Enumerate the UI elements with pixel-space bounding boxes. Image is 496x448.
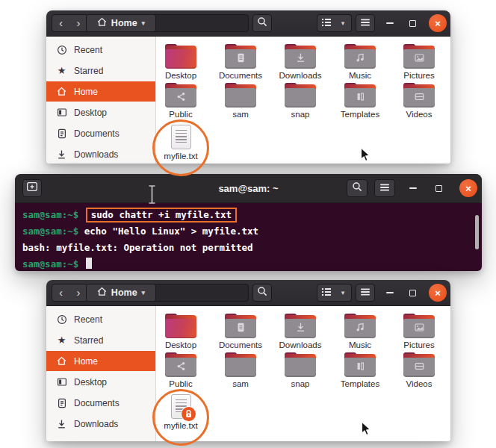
music-emblem-icon: [355, 322, 366, 336]
back-button[interactable]: ‹: [52, 284, 70, 302]
sidebar-item-home[interactable]: Home: [46, 351, 155, 371]
sidebar-item-documents[interactable]: Documents: [46, 123, 155, 143]
lock-emblem: [182, 407, 196, 421]
files-titlebar[interactable]: ‹ › Home ▾ ▾ ×: [46, 280, 450, 306]
folder-label: snap: [270, 379, 330, 389]
minimize-button[interactable]: [382, 14, 397, 32]
minimize-button[interactable]: [382, 284, 397, 302]
folder-item-snap[interactable]: snap: [270, 352, 330, 389]
sidebar-item-desktop[interactable]: Desktop: [46, 372, 155, 392]
terminal-line: sam@sam:~$ sudo chattr +i myfile.txt: [22, 207, 482, 223]
sidebar-item-downloads[interactable]: Downloads: [46, 414, 155, 434]
breadcrumb-home-button[interactable]: Home ▾: [87, 15, 156, 31]
folder-item-public[interactable]: Public: [151, 83, 211, 119]
magnifier-icon: [257, 16, 267, 30]
sidebar-item-documents[interactable]: Documents: [46, 393, 155, 413]
template-emblem-icon: [355, 361, 366, 375]
sidebar-item-desktop[interactable]: Desktop: [46, 102, 155, 122]
terminal-scrollbar-thumb[interactable]: [475, 215, 479, 249]
command-text: echo "Hello Linux" > myfile.txt: [84, 225, 258, 237]
chevron-right-icon: ›: [77, 17, 81, 28]
terminal-search-button[interactable]: [347, 179, 368, 197]
path-bar[interactable]: Home ▾: [86, 284, 249, 302]
terminal-minimize-button[interactable]: [406, 179, 421, 197]
terminal-close-button[interactable]: ×: [459, 179, 477, 197]
output-text: bash: myfile.txt: Operation not permitte…: [22, 242, 253, 253]
terminal-body[interactable]: sam@sam:~$ sudo chattr +i myfile.txtsam@…: [15, 203, 482, 271]
video-emblem-icon: [414, 361, 425, 375]
files-titlebar[interactable]: ‹ › Home ▾ ▾ ×: [46, 10, 450, 37]
sidebar-item-label: Home: [74, 87, 98, 97]
folder-item-documents[interactable]: Documents: [211, 314, 270, 350]
folder-item-pictures[interactable]: Pictures: [389, 314, 449, 350]
file-item-myfile-txt[interactable]: myfile.txt: [151, 394, 211, 431]
document-emblem-icon: [235, 52, 247, 66]
folder-item-videos[interactable]: Videos: [389, 83, 449, 119]
list-view-icon: [321, 16, 332, 30]
menu-button[interactable]: [356, 284, 375, 302]
back-button[interactable]: ‹: [52, 14, 70, 32]
maximize-button[interactable]: [405, 284, 420, 302]
files-window-body: Recent★StarredHomeDesktopDocumentsDownlo…: [46, 37, 450, 164]
view-options-button[interactable]: ▾: [335, 14, 352, 32]
close-icon: ×: [435, 19, 441, 28]
file-item-myfile-txt[interactable]: myfile.txt: [151, 125, 211, 161]
folder-icon: [403, 352, 435, 377]
list-view-button[interactable]: [317, 14, 335, 32]
new-tab-button[interactable]: [22, 179, 42, 197]
folder-item-downloads[interactable]: Downloads: [270, 44, 330, 81]
menu-button[interactable]: [356, 14, 375, 32]
view-options-button[interactable]: ▾: [335, 284, 352, 302]
folder-item-music[interactable]: Music: [330, 44, 390, 81]
terminal-titlebar[interactable]: sam@sam: ~ ×: [15, 174, 482, 203]
sidebar-item-downloads[interactable]: Downloads: [46, 144, 155, 164]
folder-item-sam[interactable]: sam: [211, 83, 270, 119]
sidebar-item-starred[interactable]: ★Starred: [46, 330, 155, 350]
sidebar-item-recent[interactable]: Recent: [46, 309, 155, 329]
folder-icon: [344, 44, 376, 69]
maximize-icon: [409, 20, 416, 27]
folder-item-public[interactable]: Public: [151, 352, 211, 389]
folder-icon: [344, 314, 376, 338]
sidebar-item-starred[interactable]: ★Starred: [46, 60, 155, 81]
folder-label: sam: [211, 110, 270, 119]
folder-icon: [225, 352, 256, 377]
breadcrumb-home-button[interactable]: Home ▾: [87, 284, 156, 301]
sidebar-item-recent[interactable]: Recent: [46, 40, 155, 60]
folder-item-sam[interactable]: sam: [211, 352, 270, 389]
folder-label: Music: [330, 340, 390, 350]
close-button[interactable]: ×: [429, 14, 447, 32]
desktop-background: { "colors":{ "ubuntu_orange":"#E9531F", …: [0, 0, 496, 448]
maximize-button[interactable]: [405, 14, 420, 32]
folder-icon: [165, 83, 196, 108]
folder-icon: [165, 314, 196, 338]
folder-item-downloads[interactable]: Downloads: [270, 314, 330, 350]
folder-item-templates[interactable]: Templates: [330, 83, 390, 119]
sidebar-item-home[interactable]: Home: [46, 81, 155, 102]
terminal-menu-button[interactable]: [374, 179, 395, 197]
folder-icon: [285, 44, 316, 69]
hamburger-icon: [379, 181, 390, 195]
search-button[interactable]: [252, 284, 272, 302]
terminal-window: sam@sam: ~ × sam@sam:~$ sudo chattr +i m…: [15, 174, 482, 271]
terminal-maximize-button[interactable]: [431, 179, 446, 197]
documents-icon: [56, 128, 67, 139]
folder-item-desktop[interactable]: Desktop: [151, 314, 211, 350]
folder-item-snap[interactable]: snap: [270, 83, 330, 119]
close-button[interactable]: ×: [429, 284, 447, 302]
folder-item-templates[interactable]: Templates: [330, 352, 390, 389]
sidebar-item-label: Recent: [74, 45, 102, 55]
folder-item-desktop[interactable]: Desktop: [151, 44, 211, 81]
path-bar[interactable]: Home ▾: [86, 14, 249, 32]
search-button[interactable]: [252, 14, 272, 32]
download-emblem-icon: [295, 322, 306, 336]
list-view-button[interactable]: [317, 284, 335, 302]
folder-item-music[interactable]: Music: [330, 314, 390, 350]
folder-icon: [165, 352, 196, 377]
folder-item-documents[interactable]: Documents: [211, 44, 270, 81]
sidebar-item-label: Desktop: [74, 108, 107, 118]
folder-item-videos[interactable]: Videos: [389, 352, 449, 389]
folder-icon: [225, 83, 256, 108]
sidebar-item-label: Downloads: [74, 419, 118, 429]
folder-item-pictures[interactable]: Pictures: [389, 44, 449, 81]
